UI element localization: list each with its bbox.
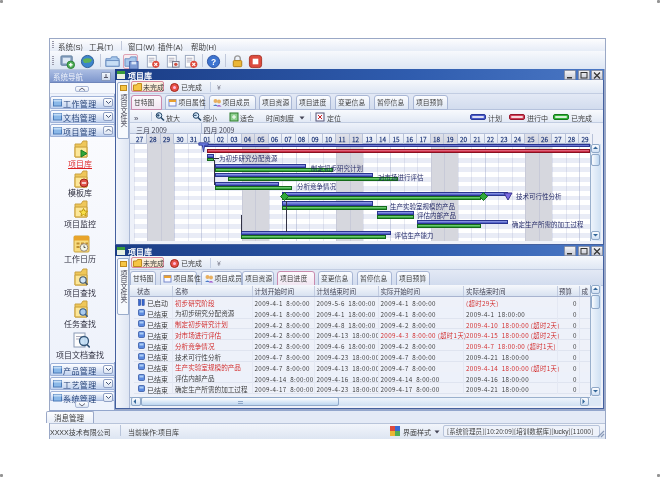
svg-text:?: ?: [211, 57, 216, 67]
